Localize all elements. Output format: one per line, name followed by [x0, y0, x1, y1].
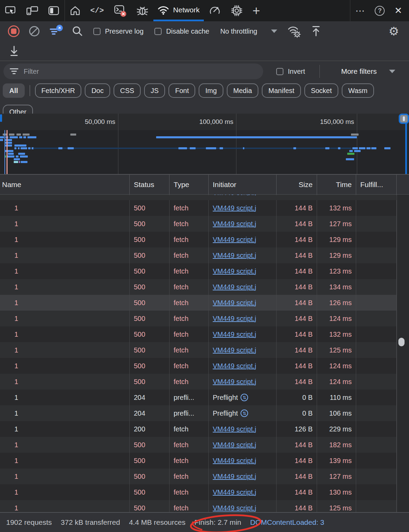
table-row[interactable]: 1500fetchVM449 script.j144 B127 ms — [0, 469, 397, 484]
table-row[interactable]: 1500fetchVM449 script.j144 B127 ms — [0, 216, 397, 232]
table-row[interactable]: 1500fetchVM449 script.j144 B129 ms — [0, 232, 397, 247]
table-row[interactable]: 1500fetchVM449 script.j144 B125 ms — [0, 342, 397, 358]
network-toolbar: ✕ Preserve log Disable cache No throttli… — [0, 21, 409, 61]
initiator-link[interactable]: VM449 script.j — [213, 204, 256, 212]
tab-home[interactable] — [65, 0, 85, 21]
column-header-size[interactable]: Size — [277, 175, 317, 194]
table-row[interactable]: 1500fetchVM449 script.j144 B125 ms — [0, 500, 397, 512]
table-row[interactable]: 1500fetchVM449 script.j144 B132 ms — [0, 200, 397, 216]
table-row[interactable]: 1500fetchVM449 script.j144 B129 ms — [0, 247, 397, 263]
more-options-button[interactable]: ⋯ — [350, 0, 370, 21]
filter-chip-manifest[interactable]: Manifest — [262, 83, 301, 98]
initiator-link[interactable]: VM449 script.j — [213, 378, 256, 386]
tab-performance[interactable] — [204, 0, 226, 21]
table-row[interactable]: VM449 script.j — [0, 195, 397, 200]
table-row[interactable]: 1500fetchVM449 script.j144 B139 ms — [0, 453, 397, 469]
dock-side-button[interactable] — [43, 0, 65, 21]
initiator-link[interactable]: VM449 script.j — [213, 315, 256, 323]
filter-chip-wasm[interactable]: Wasm — [342, 83, 374, 98]
table-row[interactable]: 1500fetchVM449 script.j144 B132 ms — [0, 326, 397, 342]
invert-checkbox[interactable]: Invert — [271, 68, 311, 76]
table-row[interactable]: 1500fetchVM449 script.j144 B134 ms — [0, 279, 397, 295]
overview-grip[interactable] — [399, 114, 409, 124]
checkbox-box[interactable] — [276, 68, 283, 75]
column-header-status[interactable]: Status — [130, 175, 170, 194]
initiator-link[interactable]: VM449 script.j — [213, 346, 256, 354]
filter-chip-all[interactable]: All — [3, 83, 25, 98]
cell-type: fetch — [170, 247, 209, 263]
checkbox-box[interactable] — [93, 28, 101, 35]
table-row[interactable]: 1204prefli...Preflight⇅0 B106 ms — [0, 405, 397, 421]
filter-chip-css[interactable]: CSS — [114, 83, 141, 98]
table-row[interactable]: 1500fetchVM449 script.j144 B124 ms — [0, 311, 397, 326]
initiator-link[interactable]: VM449 script.j — [213, 488, 256, 496]
initiator-link[interactable]: VM449 script.j — [213, 299, 256, 307]
filter-chip-fetch-xhr[interactable]: Fetch/XHR — [35, 83, 82, 98]
more-tabs-button[interactable]: + — [248, 0, 265, 21]
initiator-link[interactable]: VM449 script.j — [213, 195, 256, 195]
initiator-link[interactable]: VM449 script.j — [213, 441, 256, 449]
initiator-link[interactable]: VM449 script.j — [213, 252, 256, 259]
table-row[interactable]: 1500fetchVM449 script.j144 B123 ms — [0, 263, 397, 279]
filter-chip-js[interactable]: JS — [144, 83, 165, 98]
inspect-element-button[interactable] — [0, 0, 21, 21]
column-header-type[interactable]: Type — [170, 175, 209, 194]
initiator-link[interactable]: VM449 script.j — [213, 283, 256, 291]
tab-debugger[interactable] — [131, 0, 153, 21]
close-devtools-button[interactable]: ✕ — [389, 0, 409, 21]
help-button[interactable]: ? — [370, 0, 389, 21]
import-har-button[interactable] — [4, 45, 24, 57]
column-header-time[interactable]: Time — [317, 175, 356, 194]
initiator-link[interactable]: VM449 script.j — [213, 236, 256, 244]
filter-chip-socket[interactable]: Socket — [304, 83, 338, 98]
tab-console[interactable] — [109, 0, 131, 21]
initiator-link[interactable]: VM449 script.j — [213, 362, 256, 370]
preserve-log-checkbox[interactable]: Preserve log — [88, 27, 149, 35]
cell-initiator: VM449 script.j — [209, 437, 277, 453]
table-row[interactable]: 1200fetchVM449 script.j126 B229 ms — [0, 421, 397, 437]
disable-cache-checkbox[interactable]: Disable cache — [149, 27, 215, 35]
filter-chip-font[interactable]: Font — [168, 83, 195, 98]
filter-toggle-button[interactable]: ✕ — [45, 25, 67, 37]
filter-separator — [319, 65, 320, 78]
column-header-initiator[interactable]: Initiator — [209, 175, 277, 194]
filter-chip-img[interactable]: Img — [199, 83, 223, 98]
tab-memory[interactable] — [226, 0, 248, 21]
filter-input[interactable] — [24, 68, 257, 76]
network-conditions-button[interactable] — [283, 25, 306, 38]
scrollbar-thumb[interactable] — [398, 338, 405, 346]
column-header-name[interactable]: Name — [0, 175, 130, 194]
initiator-link[interactable]: VM449 script.j — [213, 220, 256, 228]
table-row[interactable]: 1500fetchVM449 script.j144 B130 ms — [0, 484, 397, 500]
table-row[interactable]: 1500fetchVM449 script.j144 B124 ms — [0, 358, 397, 374]
record-network-log-button[interactable] — [3, 25, 24, 37]
initiator-link[interactable]: VM449 script.j — [213, 267, 256, 275]
initiator-link[interactable]: VM449 script.j — [213, 457, 256, 465]
table-row[interactable]: 1500fetchVM449 script.j144 B182 ms — [0, 437, 397, 453]
network-settings-button[interactable]: ⚙ — [384, 25, 404, 37]
throttling-dropdown[interactable]: No throttling — [215, 27, 283, 35]
initiator-link[interactable]: VM449 script.j — [213, 504, 256, 512]
initiator-link[interactable]: VM449 script.j — [213, 425, 256, 433]
tab-elements[interactable]: </> — [85, 0, 109, 21]
filter-chip-media[interactable]: Media — [227, 83, 258, 98]
filter-input-wrap[interactable] — [3, 63, 263, 79]
device-toolbar-button[interactable] — [21, 0, 43, 21]
table-row[interactable]: 1500fetchVM449 script.j144 B126 ms — [0, 295, 397, 311]
network-overview-timeline[interactable]: 50,000 ms100,000 ms150,000 ms — [0, 114, 409, 175]
initiator-link[interactable]: VM449 script.j — [213, 473, 256, 481]
column-header-fulfilled[interactable]: Fulfill... — [356, 175, 397, 194]
more-filters-dropdown[interactable]: More filters — [341, 67, 406, 76]
export-har-button[interactable] — [306, 25, 326, 37]
table-row[interactable]: 1204prefli...Preflight⇅0 B110 ms — [0, 390, 397, 405]
filter-chip-doc[interactable]: Doc — [85, 83, 110, 98]
table-row[interactable]: 1500fetchVM449 script.j144 B124 ms — [0, 374, 397, 390]
overview-left-handle[interactable] — [0, 114, 2, 122]
tab-network[interactable]: Network — [153, 0, 204, 21]
clear-network-log-button[interactable] — [24, 25, 45, 37]
dcl-event-line — [4, 130, 5, 175]
initiator-link[interactable]: VM449 script.j — [213, 331, 256, 338]
search-button[interactable] — [67, 25, 88, 37]
cell-name: 1 — [0, 200, 130, 216]
checkbox-box[interactable] — [154, 28, 162, 35]
